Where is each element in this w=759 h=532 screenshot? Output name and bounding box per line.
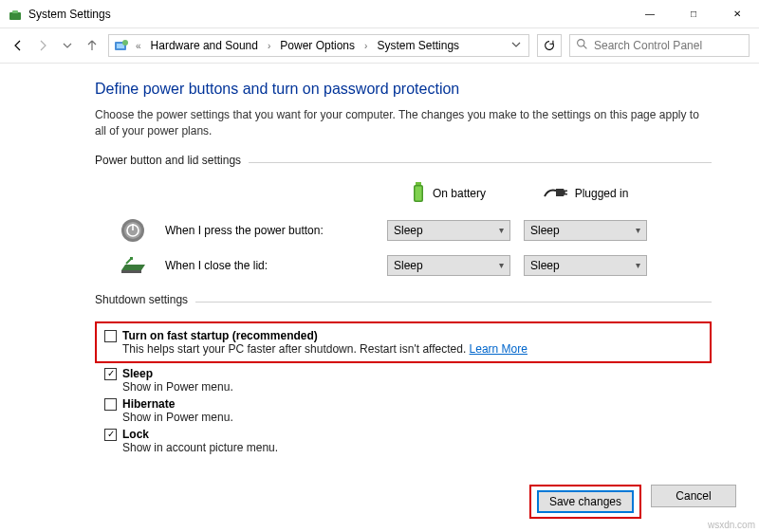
- svg-line-6: [583, 46, 586, 48]
- learn-more-link[interactable]: Learn More: [470, 342, 528, 356]
- lock-label: Lock: [122, 428, 149, 441]
- window-title: System Settings: [28, 8, 111, 21]
- fast-startup-highlight: Turn on fast startup (recommended) This …: [95, 321, 712, 363]
- titlebar: System Settings ― □ ✕: [0, 0, 759, 28]
- svg-rect-10: [565, 190, 567, 192]
- plug-icon: [543, 185, 567, 203]
- address-bar[interactable]: « Hardware and Sound › Power Options › S…: [108, 34, 529, 57]
- search-input[interactable]: Search Control Panel: [569, 34, 750, 57]
- svg-point-4: [122, 40, 128, 46]
- hibernate-checkbox[interactable]: [104, 398, 117, 411]
- breadcrumb-item[interactable]: Power Options: [276, 39, 359, 52]
- chevron-down-icon: ▾: [636, 260, 640, 270]
- navbar: « Hardware and Sound › Power Options › S…: [0, 28, 759, 64]
- cancel-button[interactable]: Cancel: [651, 485, 736, 507]
- up-button[interactable]: [83, 37, 101, 54]
- fast-startup-desc: This helps start your PC faster after sh…: [122, 342, 702, 356]
- section-title-power: Power button and lid settings: [95, 154, 241, 167]
- close-button[interactable]: ✕: [715, 0, 759, 28]
- chevron-right-icon: ›: [362, 41, 369, 51]
- power-button-plugged-select[interactable]: Sleep ▾: [524, 220, 647, 241]
- svg-rect-0: [9, 12, 21, 20]
- sleep-desc: Show in Power menu.: [122, 380, 712, 394]
- breadcrumb-item[interactable]: Hardware and Sound: [147, 39, 262, 52]
- page-subtext: Choose the power settings that you want …: [95, 107, 712, 140]
- control-panel-icon: [113, 37, 130, 54]
- power-button-icon: [114, 217, 152, 244]
- column-header-battery: On battery: [387, 182, 510, 206]
- chevron-down-icon: ▾: [499, 225, 504, 235]
- svg-rect-7: [416, 182, 421, 185]
- power-settings-grid: On battery Plugged in: [114, 182, 712, 276]
- chevron-down-icon: ▾: [499, 260, 504, 270]
- footer-buttons: Save changes Cancel: [0, 475, 759, 532]
- forward-button[interactable]: [34, 37, 51, 54]
- save-button[interactable]: Save changes: [537, 490, 634, 513]
- lid-icon: [114, 255, 152, 276]
- page-heading: Define power buttons and turn on passwor…: [95, 81, 712, 98]
- content-area: Define power buttons and turn on passwor…: [0, 64, 759, 475]
- sleep-label: Sleep: [122, 367, 153, 380]
- window-buttons: ― □ ✕: [628, 0, 759, 28]
- back-button[interactable]: [9, 37, 27, 54]
- power-button-battery-select[interactable]: Sleep ▾: [387, 220, 510, 241]
- app-icon: [8, 7, 23, 22]
- search-icon: [576, 38, 588, 53]
- chevron-down-icon: ▾: [636, 225, 640, 235]
- svg-rect-1: [12, 10, 18, 13]
- address-dropdown[interactable]: [508, 39, 525, 52]
- fast-startup-checkbox[interactable]: [104, 330, 117, 342]
- lock-checkbox[interactable]: ✓: [104, 429, 117, 441]
- svg-rect-11: [565, 193, 567, 195]
- refresh-button[interactable]: [537, 34, 562, 57]
- power-button-label: When I press the power button:: [165, 224, 374, 237]
- lock-desc: Show in account picture menu.: [122, 441, 712, 454]
- lid-plugged-select[interactable]: Sleep ▾: [524, 255, 647, 276]
- chevron-right-icon: ›: [266, 41, 272, 51]
- svg-point-5: [578, 40, 584, 46]
- section-title-shutdown: Shutdown settings: [95, 293, 188, 306]
- lid-battery-select[interactable]: Sleep ▾: [387, 255, 510, 276]
- history-dropdown[interactable]: [59, 37, 76, 54]
- svg-rect-9: [415, 186, 421, 200]
- sleep-checkbox[interactable]: ✓: [104, 368, 117, 380]
- lid-label: When I close the lid:: [165, 259, 374, 272]
- search-placeholder: Search Control Panel: [594, 39, 702, 52]
- column-header-plugged: Plugged in: [524, 185, 647, 203]
- watermark: wsxdn.com: [708, 520, 755, 530]
- breadcrumb-item[interactable]: System Settings: [373, 39, 463, 52]
- maximize-button[interactable]: □: [672, 0, 715, 28]
- breadcrumb-sep: «: [134, 41, 143, 51]
- fast-startup-label: Turn on fast startup (recommended): [122, 329, 318, 342]
- minimize-button[interactable]: ―: [628, 0, 672, 28]
- hibernate-desc: Show in Power menu.: [122, 411, 712, 424]
- save-highlight: Save changes: [529, 485, 641, 519]
- hibernate-label: Hibernate: [122, 397, 175, 411]
- battery-icon: [412, 182, 425, 206]
